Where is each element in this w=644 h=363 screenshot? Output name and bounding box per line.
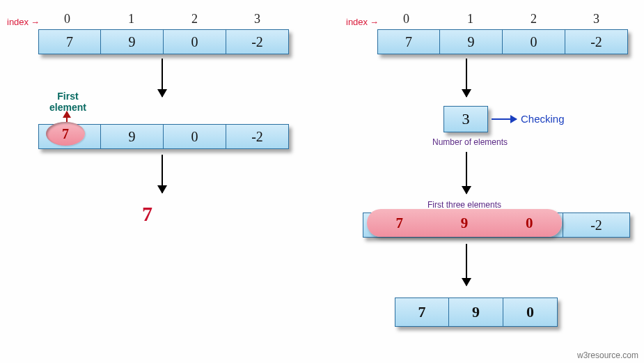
right-index-label: index [346,17,368,27]
right-idx-1: 1 [467,12,473,26]
num-elements-label: Number of elements [432,137,508,147]
cell: -2 [563,213,630,238]
left-idx-3: 3 [254,12,260,26]
right-arrow-down-3 [466,244,467,286]
hl-val: 7 [395,215,403,232]
left-arrow-down-2 [162,155,163,193]
left-index-arrow-icon: → [31,17,40,28]
watermark: w3resource.com [577,350,638,360]
right-idx-2: 2 [531,12,537,26]
cell: 0 [503,29,565,54]
cell: 7 [395,298,449,327]
first-element-label: Firstelement [49,91,86,113]
right-array-top: 7 9 0 -2 [377,29,628,54]
first-three-label: First three elements [427,200,501,210]
right-idx-0: 0 [403,12,409,26]
left-result: 7 [142,202,152,226]
first-element-pointer-icon [66,111,68,123]
check-count-box: 3 [443,106,488,132]
first-three-highlight: 7 9 0 [367,209,562,237]
checking-arrow-icon [492,118,517,120]
cell: 0 [164,124,226,149]
cell: 7 [38,29,101,54]
cell: 9 [440,29,503,54]
hl-val: 9 [461,215,469,232]
cell: 9 [101,29,164,54]
cell: -2 [226,124,289,149]
right-arrow-down-2 [466,152,467,194]
right-arrow-down-1 [466,59,467,97]
left-array-top: 7 9 0 -2 [38,29,289,54]
right-idx-3: 3 [593,12,599,26]
checking-label: Checking [521,113,565,125]
left-idx-0: 0 [64,12,70,26]
cell: 7 [377,29,440,54]
left-idx-2: 2 [191,12,198,26]
cell: -2 [565,29,628,54]
cell: 0 [164,29,226,54]
cell: -2 [226,29,289,54]
cell: 0 [503,298,558,327]
left-index-label: index [7,17,29,27]
right-array-result: 7 9 0 [395,298,558,327]
first-element-highlight: 7 [46,122,85,146]
cell: 9 [101,124,164,149]
cell: 9 [449,298,503,327]
right-index-arrow-icon: → [370,17,379,28]
left-arrow-down-1 [162,59,163,97]
left-idx-1: 1 [128,12,134,26]
hl-val: 0 [526,215,533,232]
